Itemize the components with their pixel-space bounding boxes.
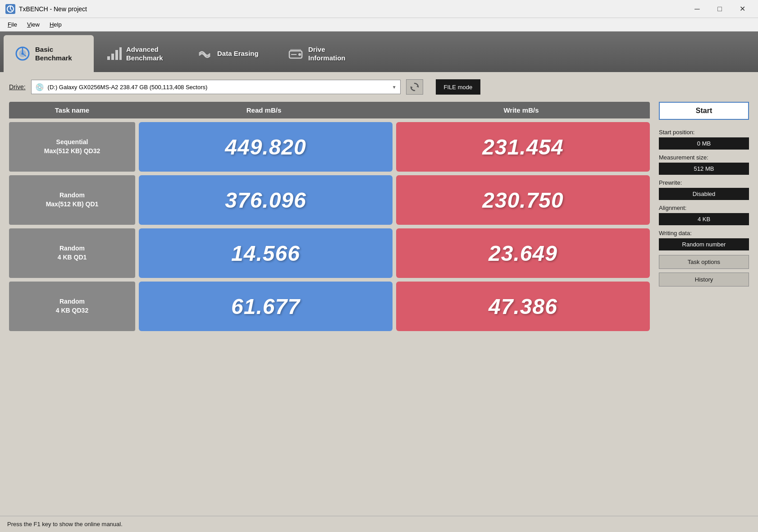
svg-rect-11 [119, 47, 122, 60]
window-title: TxBENCH - New project [19, 5, 687, 13]
menu-bar: File View Help [0, 18, 758, 32]
tab-bar: BasicBenchmark AdvancedBenchmark Data Er… [0, 32, 758, 72]
menu-view[interactable]: View [23, 20, 44, 29]
table-row: SequentialMax(512 KB) QD32 449.820 231.4… [9, 122, 650, 172]
row-label-sequential-512-qd32: SequentialMax(512 KB) QD32 [9, 122, 135, 172]
alignment-value: 4 KB [659, 213, 749, 225]
drive-select-icon: 💿 [35, 83, 44, 91]
start-position-value: 0 MB [659, 137, 749, 150]
refresh-icon [410, 82, 420, 92]
drive-refresh-button[interactable] [406, 79, 423, 95]
start-button[interactable]: Start [659, 102, 749, 120]
row-write-random-4kb-qd32: 47.386 [396, 282, 650, 331]
svg-rect-15 [290, 49, 301, 51]
task-options-button[interactable]: Task options [659, 255, 749, 269]
writing-data-value: Random number [659, 238, 749, 250]
dropdown-arrow-icon: ▼ [392, 85, 397, 90]
basic-benchmark-icon [14, 45, 31, 62]
start-position-label: Start position: [659, 129, 749, 136]
row-label-random-512-qd1: RandomMax(512 KB) QD1 [9, 175, 135, 225]
minimize-button[interactable]: ─ [687, 2, 708, 16]
advanced-benchmark-icon [105, 45, 122, 62]
measurement-size-value: 512 MB [659, 163, 749, 175]
history-button[interactable]: History [659, 273, 749, 286]
data-erasing-icon [196, 45, 213, 62]
drive-bar: Drive: 💿 (D:) Galaxy GX0256MS-A2 238.47 … [0, 72, 758, 102]
prewrite-value: Disabled [659, 188, 749, 200]
restore-button[interactable]: □ [709, 2, 730, 16]
status-text: Press the F1 key to show the online manu… [7, 521, 123, 527]
table-row: RandomMax(512 KB) QD1 376.096 230.750 [9, 175, 650, 225]
menu-file[interactable]: File [4, 20, 21, 29]
close-button[interactable]: ✕ [732, 2, 753, 16]
row-label-random-4kb-qd1: Random4 KB QD1 [9, 228, 135, 278]
row-write-random-4kb-qd1: 23.649 [396, 228, 650, 278]
table-row: Random4 KB QD1 14.566 23.649 [9, 228, 650, 278]
row-read-random-4kb-qd32: 61.677 [139, 282, 393, 331]
status-bar: Press the F1 key to show the online manu… [0, 516, 758, 532]
drive-dropdown[interactable]: 💿 (D:) Galaxy GX0256MS-A2 238.47 GB (500… [31, 80, 401, 94]
window-controls: ─ □ ✕ [687, 2, 753, 16]
drive-information-icon [288, 45, 304, 62]
writing-data-label: Writing data: [659, 230, 749, 236]
svg-rect-8 [107, 56, 110, 60]
table-header: Task name Read mB/s Write mB/s [9, 102, 650, 118]
main-content: Drive: 💿 (D:) Galaxy GX0256MS-A2 238.47 … [0, 72, 758, 516]
menu-help[interactable]: Help [46, 20, 66, 29]
measurement-size-label: Measurement size: [659, 154, 749, 161]
svg-line-2 [10, 9, 12, 11]
row-write-random-512-qd1: 230.750 [396, 175, 650, 225]
row-read-sequential-512-qd32: 449.820 [139, 122, 393, 172]
file-mode-button[interactable]: FILE mode [436, 79, 481, 95]
table-row: Random4 KB QD32 61.677 47.386 [9, 282, 650, 331]
svg-point-13 [298, 53, 301, 56]
col-header-task: Task name [9, 102, 135, 118]
right-panel: Start Start position: 0 MB Measurement s… [659, 102, 749, 507]
svg-rect-9 [111, 54, 114, 60]
row-label-random-4kb-qd32: Random4 KB QD32 [9, 282, 135, 331]
tab-drive-info-label: DriveInformation [308, 45, 346, 63]
benchmark-table: Task name Read mB/s Write mB/s Sequentia… [9, 102, 650, 507]
alignment-label: Alignment: [659, 205, 749, 211]
row-read-random-512-qd1: 376.096 [139, 175, 393, 225]
tab-data-erasing[interactable]: Data Erasing [186, 35, 276, 72]
tab-advanced-benchmark[interactable]: AdvancedBenchmark [95, 35, 185, 72]
col-header-read: Read mB/s [135, 102, 393, 118]
col-header-write: Write mB/s [393, 102, 650, 118]
tab-erasing-label: Data Erasing [217, 49, 259, 58]
svg-point-7 [22, 53, 24, 55]
tab-advanced-label: AdvancedBenchmark [126, 45, 163, 63]
drive-label: Drive: [9, 83, 26, 91]
title-bar: TxBENCH - New project ─ □ ✕ [0, 0, 758, 18]
benchmark-rows: SequentialMax(512 KB) QD32 449.820 231.4… [9, 118, 650, 507]
app-icon [5, 4, 15, 14]
tab-drive-information[interactable]: DriveInformation [277, 35, 367, 72]
row-write-sequential-512-qd32: 231.454 [396, 122, 650, 172]
benchmark-area: Task name Read mB/s Write mB/s Sequentia… [0, 102, 758, 516]
row-read-random-4kb-qd1: 14.566 [139, 228, 393, 278]
prewrite-label: Prewrite: [659, 179, 749, 186]
tab-basic-benchmark[interactable]: BasicBenchmark [4, 35, 94, 72]
tab-basic-label: BasicBenchmark [35, 45, 72, 63]
drive-select-text: (D:) Galaxy GX0256MS-A2 238.47 GB (500,1… [48, 84, 208, 91]
svg-rect-10 [115, 50, 118, 60]
